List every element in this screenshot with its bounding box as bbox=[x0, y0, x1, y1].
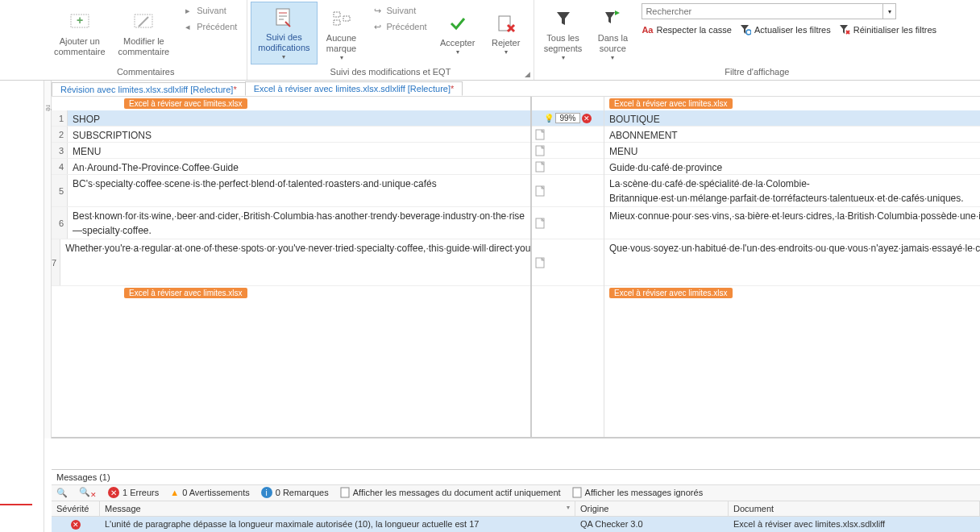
in-source-button[interactable]: Dans lasource▾ bbox=[588, 2, 637, 64]
file-tag-source-top: Excel à réviser avec limites.xlsx bbox=[124, 98, 247, 109]
track-changes-icon bbox=[274, 7, 293, 30]
source-text[interactable]: Best·known·for·its·wine,·beer·and·cider,… bbox=[68, 207, 530, 239]
doc-icon bbox=[535, 161, 545, 172]
track-prev-button[interactable]: ↩Précédent bbox=[369, 19, 430, 34]
dropdown-caret-icon: ▾ bbox=[611, 54, 614, 61]
match-percent: 99% bbox=[555, 113, 579, 123]
source-text[interactable]: MENU bbox=[68, 143, 530, 158]
source-text[interactable]: An·Around-The-Province·Coffee·Guide bbox=[68, 159, 530, 174]
warnings-filter[interactable]: ▲0 Avertissements bbox=[170, 488, 249, 497]
funnel-icon bbox=[555, 10, 571, 27]
doc-icon bbox=[535, 145, 545, 156]
target-text[interactable]: BOUTIQUE bbox=[604, 110, 980, 126]
source-text[interactable]: Whether·you're·a·regular·at·one·of·these… bbox=[60, 239, 532, 285]
ribbon-group-comments: + Ajouter uncommentaire Modifier lecomme… bbox=[44, 0, 247, 80]
source-text[interactable]: SUBSCRIPTIONS bbox=[68, 127, 530, 142]
tab-doc-1[interactable]: Révision avec limites.xlsx.sdlxliff [Rel… bbox=[52, 82, 246, 96]
show-ignored-button[interactable]: Afficher les messages ignorés bbox=[572, 487, 704, 498]
red-indicator bbox=[0, 504, 32, 505]
segment-status[interactable] bbox=[532, 159, 604, 175]
segment-status[interactable] bbox=[532, 175, 604, 207]
svg-rect-9 bbox=[334, 20, 340, 25]
ribbon-group-filter: Tous lessegments▾ Dans lasource▾ ▾ AaRes… bbox=[534, 0, 980, 80]
col-origin[interactable]: Origine bbox=[575, 501, 729, 516]
reject-button[interactable]: Rejeter▾ bbox=[482, 2, 530, 64]
bulb-icon: 💡 bbox=[544, 114, 554, 123]
col-message[interactable]: Message▾ bbox=[100, 501, 575, 516]
remarks-filter[interactable]: i0 Remarques bbox=[261, 487, 329, 498]
filter-search-input[interactable] bbox=[642, 3, 883, 19]
reset-filters-button[interactable]: Réinitialiser les filtres bbox=[839, 24, 936, 35]
file-tag-target-top: Excel à réviser avec limites.xlsx bbox=[609, 98, 733, 109]
segment-row-source[interactable]: 4An·Around-The-Province·Coffee·Guide bbox=[52, 159, 530, 175]
arrow-right-icon: ▸ bbox=[182, 5, 193, 16]
dropdown-caret-icon: ▾ bbox=[562, 54, 565, 61]
segment-row-target[interactable]: Guide·du·café·de·province bbox=[604, 159, 980, 175]
comment-next-button[interactable]: ▸Suivant bbox=[179, 3, 240, 18]
segment-row-source[interactable]: 3MENU bbox=[52, 143, 530, 159]
errors-filter[interactable]: ✕1 Erreurs bbox=[108, 487, 159, 498]
target-text[interactable]: Mieux·connue·pour·ses·vins,·sa·bière·et·… bbox=[604, 207, 980, 239]
segment-row-target[interactable]: MENU bbox=[604, 143, 980, 159]
funnel-reset-icon bbox=[839, 24, 850, 35]
segment-row-source[interactable]: 6Best·known·for·its·wine,·beer·and·cider… bbox=[52, 207, 530, 239]
accept-button[interactable]: Accepter▾ bbox=[434, 2, 482, 64]
svg-line-3 bbox=[139, 17, 148, 27]
magnifier-clear-icon[interactable]: 🔍✕ bbox=[79, 487, 97, 499]
left-gutter bbox=[0, 81, 44, 532]
segment-row-source[interactable]: 7Whether·you're·a·regular·at·one·of·thes… bbox=[52, 239, 530, 286]
file-tag-target-bottom: Excel à réviser avec limites.xlsx bbox=[609, 288, 733, 298]
segment-status[interactable] bbox=[532, 207, 604, 239]
source-text[interactable]: BC's·specialty·coffee·scene·is·the·perfe… bbox=[68, 175, 530, 206]
target-text[interactable]: Que·vous·soyez·un·habitué·de·l'un·des·en… bbox=[604, 239, 980, 285]
all-segments-button[interactable]: Tous lessegments▾ bbox=[538, 2, 589, 64]
segment-row-target[interactable]: Mieux·connue·pour·ses·vins,·sa·bière·et·… bbox=[604, 207, 980, 239]
segment-row-source[interactable]: 5BC's·specialty·coffee·scene·is·the·perf… bbox=[52, 175, 530, 207]
dropdown-caret-icon[interactable]: ▾ bbox=[883, 3, 896, 19]
doc-icon bbox=[340, 487, 350, 498]
active-doc-only-button[interactable]: Afficher les messages du document actif … bbox=[340, 487, 561, 498]
segment-row-target[interactable]: Que·vous·soyez·un·habitué·de·l'un·des·en… bbox=[604, 239, 980, 286]
svg-rect-4 bbox=[276, 9, 289, 25]
message-row[interactable]: ✕ L'unité de paragraphe dépasse la longu… bbox=[52, 517, 980, 532]
track-changes-button[interactable]: Suivi desmodifications▾ bbox=[251, 2, 317, 64]
doc-icon bbox=[572, 487, 582, 498]
add-comment-button[interactable]: + Ajouter uncommentaire bbox=[48, 2, 112, 64]
doc-icon bbox=[535, 218, 545, 229]
magnifier-icon[interactable]: 🔍 bbox=[56, 488, 68, 498]
segment-status[interactable] bbox=[532, 143, 604, 159]
svg-rect-10 bbox=[343, 16, 350, 21]
status-pane: 💡99%✕ bbox=[532, 97, 604, 437]
segment-row-source[interactable]: 1SHOP bbox=[52, 110, 530, 127]
source-text[interactable]: SHOP bbox=[68, 110, 530, 126]
segment-row-source[interactable]: 2SUBSCRIPTIONS bbox=[52, 127, 530, 143]
svg-rect-8 bbox=[334, 12, 340, 17]
edit-comment-button[interactable]: Modifier lecommentaire bbox=[112, 2, 176, 64]
editor: Excel à réviser avec limites.xlsx 1SHOP2… bbox=[52, 97, 980, 438]
track-next-button[interactable]: ↪Suivant bbox=[369, 3, 430, 18]
segment-status[interactable] bbox=[532, 127, 604, 143]
segment-row-target[interactable]: ABONNEMENT bbox=[604, 127, 980, 143]
tab-doc-2[interactable]: Excel à réviser avec limites.xlsx.sdlxli… bbox=[245, 81, 463, 96]
segment-status[interactable]: 💡99%✕ bbox=[532, 110, 604, 127]
arrow-return-icon: ↩ bbox=[372, 21, 384, 32]
segment-status[interactable] bbox=[532, 239, 604, 286]
group-label-track: Suivi des modifications et EQT bbox=[251, 65, 529, 78]
col-document[interactable]: Document bbox=[729, 501, 980, 516]
target-text[interactable]: MENU bbox=[604, 143, 980, 158]
row-number: 3 bbox=[52, 143, 68, 158]
target-text[interactable]: La·scène·du·café·de·spécialité·de·la·Col… bbox=[604, 175, 980, 206]
comment-prev-button[interactable]: ◂Précédent bbox=[179, 19, 240, 34]
respect-case-button[interactable]: AaRespecter la casse bbox=[642, 24, 732, 35]
segment-row-target[interactable]: BOUTIQUE bbox=[604, 110, 980, 127]
error-icon: ✕ bbox=[71, 520, 81, 530]
target-text[interactable]: ABONNEMENT bbox=[604, 127, 980, 142]
case-icon: Aa bbox=[642, 25, 653, 35]
refresh-filters-button[interactable]: Actualiser les filtres bbox=[740, 24, 831, 35]
row-number: 2 bbox=[52, 127, 68, 142]
dialog-launcher-icon[interactable]: ◢ bbox=[525, 70, 530, 78]
no-mark-button[interactable]: Aucunemarque▾ bbox=[318, 2, 366, 64]
target-text[interactable]: Guide·du·café·de·province bbox=[604, 159, 980, 174]
segment-row-target[interactable]: La·scène·du·café·de·spécialité·de·la·Col… bbox=[604, 175, 980, 207]
col-severity[interactable]: Sévérité bbox=[52, 501, 100, 516]
